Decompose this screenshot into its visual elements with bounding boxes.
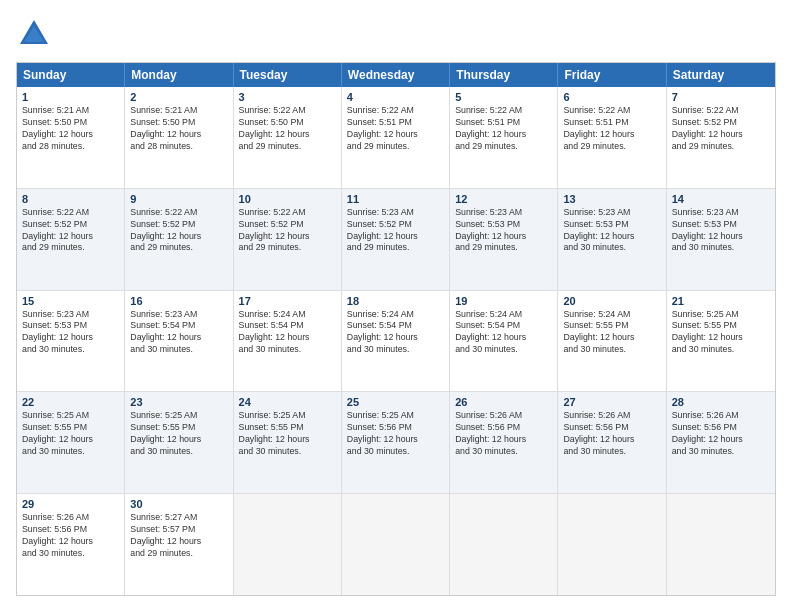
cell-week2-day7: 14Sunrise: 5:23 AM Sunset: 5:53 PM Dayli… [667, 189, 775, 290]
cell-week4-day7: 28Sunrise: 5:26 AM Sunset: 5:56 PM Dayli… [667, 392, 775, 493]
day-number: 26 [455, 396, 552, 408]
cell-week5-day6 [558, 494, 666, 595]
cell-info: Sunrise: 5:23 AM Sunset: 5:54 PM Dayligh… [130, 309, 227, 357]
cell-week3-day4: 18Sunrise: 5:24 AM Sunset: 5:54 PM Dayli… [342, 291, 450, 392]
cell-week4-day4: 25Sunrise: 5:25 AM Sunset: 5:56 PM Dayli… [342, 392, 450, 493]
day-number: 15 [22, 295, 119, 307]
day-number: 20 [563, 295, 660, 307]
cell-week4-day3: 24Sunrise: 5:25 AM Sunset: 5:55 PM Dayli… [234, 392, 342, 493]
cell-info: Sunrise: 5:23 AM Sunset: 5:52 PM Dayligh… [347, 207, 444, 255]
cell-info: Sunrise: 5:24 AM Sunset: 5:54 PM Dayligh… [455, 309, 552, 357]
cell-info: Sunrise: 5:22 AM Sunset: 5:50 PM Dayligh… [239, 105, 336, 153]
week-2: 8Sunrise: 5:22 AM Sunset: 5:52 PM Daylig… [17, 189, 775, 291]
cell-week5-day5 [450, 494, 558, 595]
day-number: 5 [455, 91, 552, 103]
cell-info: Sunrise: 5:22 AM Sunset: 5:52 PM Dayligh… [672, 105, 770, 153]
cell-info: Sunrise: 5:26 AM Sunset: 5:56 PM Dayligh… [563, 410, 660, 458]
day-number: 16 [130, 295, 227, 307]
day-number: 12 [455, 193, 552, 205]
header-friday: Friday [558, 63, 666, 87]
day-number: 28 [672, 396, 770, 408]
cell-week3-day3: 17Sunrise: 5:24 AM Sunset: 5:54 PM Dayli… [234, 291, 342, 392]
cell-week1-day4: 4Sunrise: 5:22 AM Sunset: 5:51 PM Daylig… [342, 87, 450, 188]
cell-week5-day7 [667, 494, 775, 595]
cell-week5-day2: 30Sunrise: 5:27 AM Sunset: 5:57 PM Dayli… [125, 494, 233, 595]
cell-info: Sunrise: 5:25 AM Sunset: 5:56 PM Dayligh… [347, 410, 444, 458]
cell-info: Sunrise: 5:26 AM Sunset: 5:56 PM Dayligh… [22, 512, 119, 560]
week-3: 15Sunrise: 5:23 AM Sunset: 5:53 PM Dayli… [17, 291, 775, 393]
cell-info: Sunrise: 5:22 AM Sunset: 5:52 PM Dayligh… [22, 207, 119, 255]
cell-info: Sunrise: 5:25 AM Sunset: 5:55 PM Dayligh… [672, 309, 770, 357]
day-number: 14 [672, 193, 770, 205]
cell-week2-day1: 8Sunrise: 5:22 AM Sunset: 5:52 PM Daylig… [17, 189, 125, 290]
cell-info: Sunrise: 5:25 AM Sunset: 5:55 PM Dayligh… [239, 410, 336, 458]
header-thursday: Thursday [450, 63, 558, 87]
day-number: 13 [563, 193, 660, 205]
header-monday: Monday [125, 63, 233, 87]
day-number: 8 [22, 193, 119, 205]
cell-week5-day1: 29Sunrise: 5:26 AM Sunset: 5:56 PM Dayli… [17, 494, 125, 595]
day-number: 4 [347, 91, 444, 103]
cell-week1-day5: 5Sunrise: 5:22 AM Sunset: 5:51 PM Daylig… [450, 87, 558, 188]
cell-week2-day6: 13Sunrise: 5:23 AM Sunset: 5:53 PM Dayli… [558, 189, 666, 290]
cell-week2-day2: 9Sunrise: 5:22 AM Sunset: 5:52 PM Daylig… [125, 189, 233, 290]
cell-info: Sunrise: 5:24 AM Sunset: 5:55 PM Dayligh… [563, 309, 660, 357]
cell-week1-day7: 7Sunrise: 5:22 AM Sunset: 5:52 PM Daylig… [667, 87, 775, 188]
cell-week2-day5: 12Sunrise: 5:23 AM Sunset: 5:53 PM Dayli… [450, 189, 558, 290]
cell-week2-day3: 10Sunrise: 5:22 AM Sunset: 5:52 PM Dayli… [234, 189, 342, 290]
cell-week4-day2: 23Sunrise: 5:25 AM Sunset: 5:55 PM Dayli… [125, 392, 233, 493]
cell-week1-day2: 2Sunrise: 5:21 AM Sunset: 5:50 PM Daylig… [125, 87, 233, 188]
cell-week3-day7: 21Sunrise: 5:25 AM Sunset: 5:55 PM Dayli… [667, 291, 775, 392]
week-4: 22Sunrise: 5:25 AM Sunset: 5:55 PM Dayli… [17, 392, 775, 494]
day-number: 10 [239, 193, 336, 205]
cell-week3-day2: 16Sunrise: 5:23 AM Sunset: 5:54 PM Dayli… [125, 291, 233, 392]
cell-info: Sunrise: 5:25 AM Sunset: 5:55 PM Dayligh… [130, 410, 227, 458]
logo-icon [16, 16, 52, 52]
cell-info: Sunrise: 5:22 AM Sunset: 5:51 PM Dayligh… [563, 105, 660, 153]
cell-week5-day4 [342, 494, 450, 595]
cell-info: Sunrise: 5:23 AM Sunset: 5:53 PM Dayligh… [672, 207, 770, 255]
page: Sunday Monday Tuesday Wednesday Thursday… [0, 0, 792, 612]
day-number: 6 [563, 91, 660, 103]
calendar-body: 1Sunrise: 5:21 AM Sunset: 5:50 PM Daylig… [17, 87, 775, 595]
cell-info: Sunrise: 5:24 AM Sunset: 5:54 PM Dayligh… [347, 309, 444, 357]
day-number: 22 [22, 396, 119, 408]
cell-week3-day6: 20Sunrise: 5:24 AM Sunset: 5:55 PM Dayli… [558, 291, 666, 392]
week-5: 29Sunrise: 5:26 AM Sunset: 5:56 PM Dayli… [17, 494, 775, 595]
cell-info: Sunrise: 5:21 AM Sunset: 5:50 PM Dayligh… [22, 105, 119, 153]
logo [16, 16, 58, 52]
header [16, 16, 776, 52]
cell-info: Sunrise: 5:27 AM Sunset: 5:57 PM Dayligh… [130, 512, 227, 560]
day-number: 24 [239, 396, 336, 408]
header-sunday: Sunday [17, 63, 125, 87]
cell-info: Sunrise: 5:24 AM Sunset: 5:54 PM Dayligh… [239, 309, 336, 357]
day-number: 3 [239, 91, 336, 103]
day-number: 29 [22, 498, 119, 510]
cell-info: Sunrise: 5:22 AM Sunset: 5:51 PM Dayligh… [347, 105, 444, 153]
cell-week4-day1: 22Sunrise: 5:25 AM Sunset: 5:55 PM Dayli… [17, 392, 125, 493]
day-number: 30 [130, 498, 227, 510]
day-number: 9 [130, 193, 227, 205]
header-tuesday: Tuesday [234, 63, 342, 87]
day-number: 25 [347, 396, 444, 408]
cell-week4-day5: 26Sunrise: 5:26 AM Sunset: 5:56 PM Dayli… [450, 392, 558, 493]
day-number: 27 [563, 396, 660, 408]
calendar-header: Sunday Monday Tuesday Wednesday Thursday… [17, 63, 775, 87]
header-saturday: Saturday [667, 63, 775, 87]
cell-info: Sunrise: 5:25 AM Sunset: 5:55 PM Dayligh… [22, 410, 119, 458]
cell-week5-day3 [234, 494, 342, 595]
cell-week1-day1: 1Sunrise: 5:21 AM Sunset: 5:50 PM Daylig… [17, 87, 125, 188]
day-number: 7 [672, 91, 770, 103]
cell-week2-day4: 11Sunrise: 5:23 AM Sunset: 5:52 PM Dayli… [342, 189, 450, 290]
cell-week3-day1: 15Sunrise: 5:23 AM Sunset: 5:53 PM Dayli… [17, 291, 125, 392]
day-number: 11 [347, 193, 444, 205]
cell-week1-day6: 6Sunrise: 5:22 AM Sunset: 5:51 PM Daylig… [558, 87, 666, 188]
cell-info: Sunrise: 5:21 AM Sunset: 5:50 PM Dayligh… [130, 105, 227, 153]
cell-info: Sunrise: 5:23 AM Sunset: 5:53 PM Dayligh… [22, 309, 119, 357]
week-1: 1Sunrise: 5:21 AM Sunset: 5:50 PM Daylig… [17, 87, 775, 189]
day-number: 21 [672, 295, 770, 307]
cell-info: Sunrise: 5:26 AM Sunset: 5:56 PM Dayligh… [672, 410, 770, 458]
cell-week4-day6: 27Sunrise: 5:26 AM Sunset: 5:56 PM Dayli… [558, 392, 666, 493]
day-number: 2 [130, 91, 227, 103]
day-number: 19 [455, 295, 552, 307]
